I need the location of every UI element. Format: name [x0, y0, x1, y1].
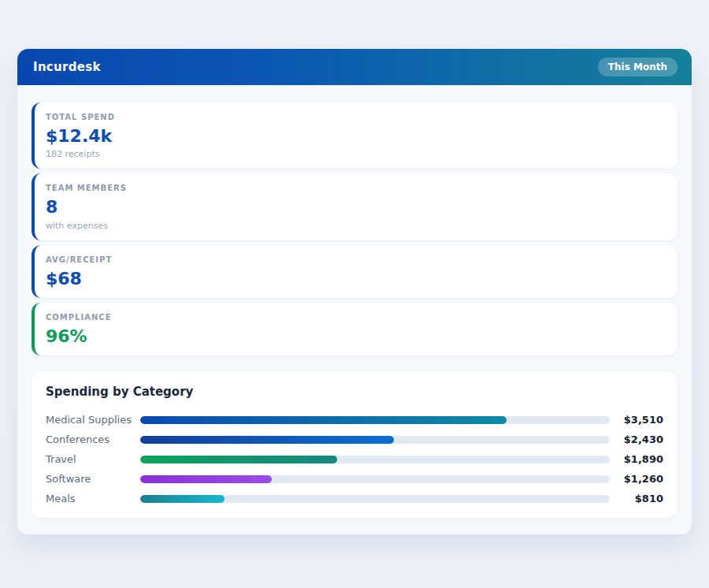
- app-title: Incurdesk: [33, 60, 101, 74]
- category-row-conferences: Conferences$2,430: [46, 430, 663, 449]
- category-label: Meals: [46, 493, 140, 504]
- incurdesk-app-card: Incurdesk This Month TOTAL SPEND$12.4k18…: [17, 49, 692, 534]
- category-bar-fill: [140, 495, 225, 503]
- stat-subtext: with expenses: [46, 221, 663, 231]
- spending-by-category-card: Spending by Category Medical Supplies$3,…: [32, 372, 677, 518]
- stat-label: TEAM MEMBERS: [46, 184, 663, 192]
- category-bar-track: [140, 475, 610, 483]
- stat-subtext: 182 receipts: [46, 149, 663, 159]
- category-row-medical-supplies: Medical Supplies$3,510: [46, 410, 663, 430]
- app-header: Incurdesk This Month: [17, 49, 692, 85]
- stat-label: COMPLIANCE: [46, 313, 663, 322]
- stat-value: $68: [46, 269, 663, 288]
- category-bar-fill: [140, 416, 507, 424]
- category-value: $3,510: [610, 414, 663, 426]
- category-row-meals: Meals$810: [46, 489, 663, 508]
- stat-label: AVG/RECEIPT: [46, 255, 663, 264]
- section-title: Spending by Category: [46, 385, 663, 399]
- category-row-travel: Travel$1,890: [46, 449, 663, 469]
- period-badge[interactable]: This Month: [598, 58, 677, 76]
- stat-card-team-members: TEAM MEMBERS8with expenses: [32, 173, 677, 240]
- stats-list: TOTAL SPEND$12.4k182 receiptsTEAM MEMBER…: [32, 102, 677, 355]
- category-value: $1,260: [610, 473, 663, 485]
- category-bar-fill: [140, 475, 272, 483]
- category-bar-track: [140, 436, 610, 444]
- stat-value: 8: [46, 197, 663, 217]
- category-bar-track: [140, 416, 610, 424]
- category-bar-track: [140, 495, 610, 503]
- category-bar-track: [140, 456, 610, 463]
- stat-card-avg-receipt: AVG/RECEIPT$68: [32, 245, 677, 298]
- category-value: $1,890: [610, 453, 663, 465]
- category-bar-fill: [140, 436, 394, 444]
- stat-value: 96%: [46, 326, 663, 346]
- category-label: Conferences: [46, 434, 140, 445]
- category-value: $810: [610, 493, 663, 504]
- page: Incurdesk This Month TOTAL SPEND$12.4k18…: [0, 0, 709, 588]
- category-bar-fill: [140, 456, 337, 463]
- category-rows: Medical Supplies$3,510Conferences$2,430T…: [46, 410, 663, 508]
- category-label: Medical Supplies: [46, 414, 140, 426]
- stat-card-total-spend: TOTAL SPEND$12.4k182 receipts: [32, 102, 677, 169]
- category-label: Software: [46, 473, 140, 485]
- stat-value: $12.4k: [46, 126, 663, 146]
- category-label: Travel: [46, 453, 140, 465]
- stat-label: TOTAL SPEND: [46, 113, 663, 121]
- stat-card-compliance: COMPLIANCE96%: [32, 303, 677, 355]
- category-row-software: Software$1,260: [46, 469, 663, 489]
- content-panel: TOTAL SPEND$12.4k182 receiptsTEAM MEMBER…: [17, 85, 692, 534]
- category-value: $2,430: [610, 434, 663, 445]
